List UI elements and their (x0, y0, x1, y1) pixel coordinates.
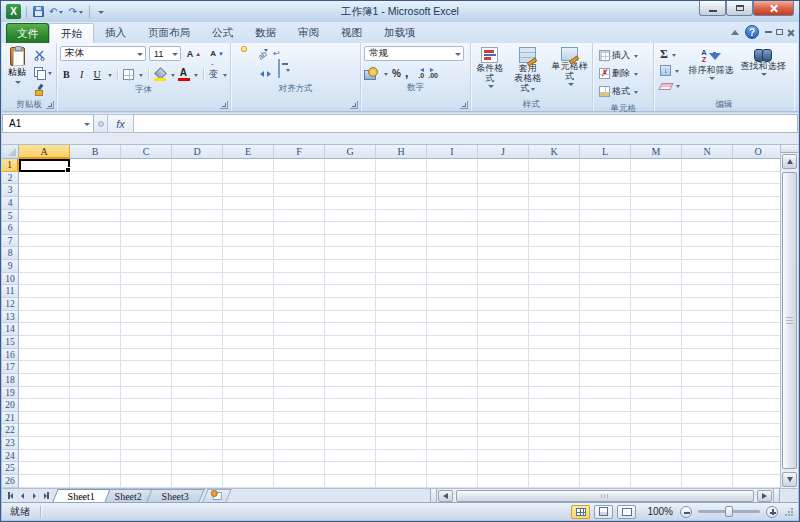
cell-G13[interactable] (325, 311, 376, 324)
cell-B25[interactable] (70, 462, 121, 475)
cell-E24[interactable] (223, 450, 274, 463)
cell-A2[interactable] (19, 172, 70, 185)
cell-J6[interactable] (478, 222, 529, 235)
cell-M20[interactable] (631, 399, 682, 412)
cell-D10[interactable] (172, 273, 223, 286)
cell-I2[interactable] (427, 172, 478, 185)
cell-B16[interactable] (70, 349, 121, 362)
cell-D3[interactable] (172, 184, 223, 197)
cell-G11[interactable] (325, 285, 376, 298)
row-header-14[interactable]: 14 (2, 323, 19, 336)
split-handle-vertical[interactable] (781, 145, 798, 153)
cell-L20[interactable] (580, 399, 631, 412)
cell-G22[interactable] (325, 424, 376, 437)
page-break-view-button[interactable] (617, 505, 636, 519)
row-header-12[interactable]: 12 (2, 298, 19, 311)
cell-J24[interactable] (478, 450, 529, 463)
column-header-N[interactable]: N (682, 145, 733, 159)
scroll-up-button[interactable] (782, 154, 797, 169)
cell-I19[interactable] (427, 387, 478, 400)
cell-H10[interactable] (376, 273, 427, 286)
cell-B15[interactable] (70, 336, 121, 349)
cell-L4[interactable] (580, 197, 631, 210)
tab-数据[interactable]: 数据 (244, 23, 287, 43)
format-as-table-button[interactable]: 套用 表格格式 (508, 45, 548, 98)
column-header-O[interactable]: O (733, 145, 781, 159)
cell-J18[interactable] (478, 374, 529, 387)
cell-N10[interactable] (682, 273, 733, 286)
decrease-indent-button[interactable] (255, 66, 261, 72)
cell-H12[interactable] (376, 298, 427, 311)
cell-B24[interactable] (70, 450, 121, 463)
cell-J26[interactable] (478, 475, 529, 488)
cell-I9[interactable] (427, 260, 478, 273)
row-header-24[interactable]: 24 (2, 450, 19, 463)
vertical-scrollbar[interactable] (780, 145, 798, 488)
cell-L19[interactable] (580, 387, 631, 400)
workbook-close-icon[interactable] (787, 29, 794, 36)
cell-H24[interactable] (376, 450, 427, 463)
cell-D5[interactable] (172, 210, 223, 223)
cell-J7[interactable] (478, 235, 529, 248)
cell-E5[interactable] (223, 210, 274, 223)
cell-L3[interactable] (580, 184, 631, 197)
cell-E6[interactable] (223, 222, 274, 235)
cell-I8[interactable] (427, 247, 478, 260)
cell-F22[interactable] (274, 424, 325, 437)
row-header-22[interactable]: 22 (2, 424, 19, 437)
cell-I25[interactable] (427, 462, 478, 475)
cell-I20[interactable] (427, 399, 478, 412)
cell-J1[interactable] (478, 159, 529, 172)
cell-N19[interactable] (682, 387, 733, 400)
cell-G25[interactable] (325, 462, 376, 475)
cell-K24[interactable] (529, 450, 580, 463)
cell-K4[interactable] (529, 197, 580, 210)
cell-A5[interactable] (19, 210, 70, 223)
cell-E11[interactable] (223, 285, 274, 298)
cell-F10[interactable] (274, 273, 325, 286)
cell-N5[interactable] (682, 210, 733, 223)
cell-C1[interactable] (121, 159, 172, 172)
cell-B12[interactable] (70, 298, 121, 311)
cell-O7[interactable] (733, 235, 781, 248)
cell-C14[interactable] (121, 323, 172, 336)
cell-K19[interactable] (529, 387, 580, 400)
cell-A16[interactable] (19, 349, 70, 362)
cell-L10[interactable] (580, 273, 631, 286)
cell-A24[interactable] (19, 450, 70, 463)
cell-K18[interactable] (529, 374, 580, 387)
sort-filter-button[interactable]: AZ 排序和筛选 (685, 45, 737, 98)
cell-N3[interactable] (682, 184, 733, 197)
redo-button[interactable]: ↷ (67, 4, 83, 20)
cell-D14[interactable] (172, 323, 223, 336)
tab-file[interactable]: 文件 (6, 23, 49, 43)
split-handle-horizontal[interactable] (773, 489, 780, 502)
cell-H16[interactable] (376, 349, 427, 362)
cell-M17[interactable] (631, 361, 682, 374)
cell-M12[interactable] (631, 298, 682, 311)
horizontal-scrollbar[interactable] (437, 489, 773, 502)
clear-button[interactable] (657, 79, 683, 92)
cell-N11[interactable] (682, 285, 733, 298)
excel-logo-icon[interactable]: X (6, 4, 21, 19)
cell-I1[interactable] (427, 159, 478, 172)
cell-C16[interactable] (121, 349, 172, 362)
cell-O6[interactable] (733, 222, 781, 235)
decrease-decimal-button[interactable]: .00 (428, 68, 438, 79)
workbook-minimize-icon[interactable] (765, 31, 772, 33)
row-header-15[interactable]: 15 (2, 336, 19, 349)
font-color-button[interactable]: A (178, 68, 190, 80)
cell-F19[interactable] (274, 387, 325, 400)
cell-J3[interactable] (478, 184, 529, 197)
scroll-left-button[interactable] (438, 490, 453, 502)
name-box[interactable]: A1 (2, 114, 94, 133)
cell-H19[interactable] (376, 387, 427, 400)
zoom-in-button[interactable] (766, 506, 778, 518)
cell-H6[interactable] (376, 222, 427, 235)
close-button[interactable] (753, 1, 794, 16)
insert-worksheet-button[interactable] (202, 489, 231, 502)
cell-M8[interactable] (631, 247, 682, 260)
cell-K20[interactable] (529, 399, 580, 412)
cell-O14[interactable] (733, 323, 781, 336)
cell-D23[interactable] (172, 437, 223, 450)
